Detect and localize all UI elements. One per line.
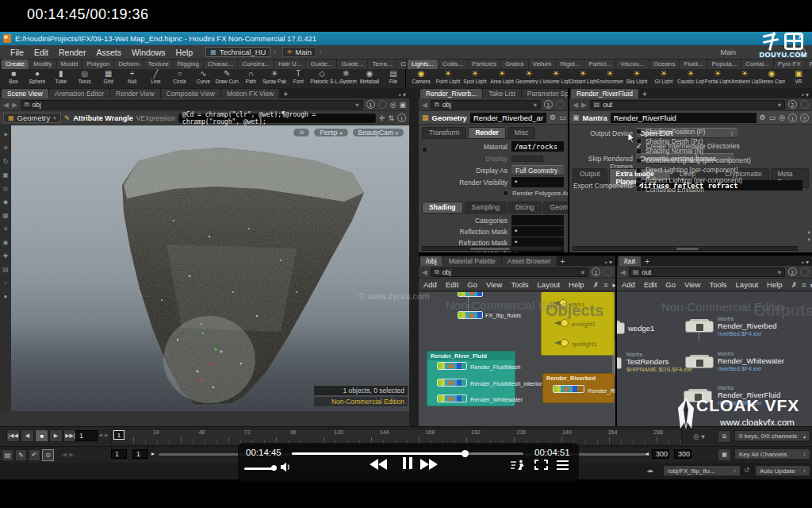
node-partial[interactable]: [458, 292, 483, 297]
play-reverse-button[interactable]: ◀: [21, 429, 34, 442]
bookmark-icon[interactable]: ▭: [559, 114, 566, 121]
shelf-tool[interactable]: ∩ Path: [239, 69, 262, 84]
node-name-field[interactable]: Render_Riverbed_ar: [470, 113, 546, 123]
light-tool-icon[interactable]: ☀: [2, 226, 8, 233]
stop-button[interactable]: ■: [35, 429, 48, 442]
context-dropdown[interactable]: /obj/FX_flip_flu... ↕: [663, 465, 741, 476]
pin-icon[interactable]: ▸: [612, 281, 615, 289]
add-parm-icon[interactable]: ✛: [379, 114, 385, 122]
current-frame-field[interactable]: 1: [75, 430, 98, 441]
checkbox[interactable]: [636, 129, 642, 134]
pane-tab[interactable]: Scene View: [2, 89, 48, 98]
pane-divider[interactable]: [409, 88, 419, 426]
projection-pill[interactable]: Persp ▾: [313, 128, 348, 137]
range-end-field[interactable]: 300: [652, 449, 669, 459]
net-menu-item[interactable]: Edit: [446, 280, 458, 289]
pin-badge[interactable]: 1: [544, 100, 553, 109]
misc-tool-icon[interactable]: ▤: [2, 267, 9, 273]
range-start2-field[interactable]: 1: [132, 449, 148, 459]
volume-slider[interactable]: [244, 468, 274, 470]
main-selector[interactable]: ✛ Main: [282, 47, 316, 57]
handles-tool-icon[interactable]: ✚: [3, 253, 9, 260]
net-menu-item[interactable]: View: [486, 280, 502, 289]
net-menu-item[interactable]: Help: [569, 280, 584, 289]
image-plane-row[interactable]: Indirect Lighting (per-component): [636, 177, 812, 183]
shelf-tool[interactable]: ☀ Environment Light: [596, 69, 623, 84]
gear-icon[interactable]: ⚙: [550, 114, 556, 121]
node-name-field[interactable]: Render_RiverFluid: [611, 113, 756, 123]
back-icon[interactable]: ◀: [422, 268, 427, 276]
grid-tool-icon[interactable]: ▦: [2, 213, 9, 219]
range-handle-icon[interactable]: ▸: [151, 450, 155, 457]
shelf-tab[interactable]: FEM: [806, 60, 812, 69]
node-wedge[interactable]: [617, 322, 625, 334]
folder-tab[interactable]: Transform: [422, 127, 466, 139]
folder-tab[interactable]: Render: [468, 127, 505, 139]
folder-tab[interactable]: Misc: [508, 127, 535, 139]
material-field[interactable]: /mat/rocks: [511, 141, 564, 152]
pin-badge[interactable]: 2: [788, 267, 797, 276]
image-plane-row[interactable]: Shading Normal (N): [636, 148, 812, 154]
jump-start-button[interactable]: |◀◀: [6, 429, 20, 442]
chevron-down-icon[interactable]: ▾: [778, 101, 781, 109]
move-tool-icon[interactable]: ✛: [3, 145, 9, 152]
folder-tab[interactable]: Geometry: [543, 202, 568, 214]
shelf-tab[interactable]: Grains: [501, 60, 528, 69]
bookmark-icon[interactable]: ▭: [769, 114, 776, 121]
help-icon[interactable]: ?: [800, 114, 809, 122]
shelf-tool[interactable]: ☀ Volume Light: [542, 69, 569, 84]
back-icon[interactable]: ◀: [620, 268, 626, 276]
pane-tab[interactable]: Animation Editor: [49, 89, 109, 98]
shelf-tab[interactable]: Model: [57, 60, 82, 69]
ghost-step-buttons[interactable]: |◀▶|: [61, 452, 75, 458]
pane-tab[interactable]: /obj: [420, 256, 442, 266]
edit-keys-icon[interactable]: ✎: [15, 449, 27, 461]
pin-badge[interactable]: 1: [366, 100, 375, 109]
node-render-whitewater-rop[interactable]: [685, 356, 714, 368]
net-menu-item[interactable]: View: [684, 280, 700, 289]
key-all-channels-button[interactable]: Key All Channels ↕: [734, 448, 810, 460]
snap-tool-icon[interactable]: ◆: [3, 199, 8, 206]
shelf-tool[interactable]: ∿ Curve: [192, 69, 216, 84]
tree-icon[interactable]: ≡: [603, 281, 607, 289]
magnifier-icon[interactable]: ◎: [779, 114, 785, 121]
checkbox[interactable]: [503, 190, 508, 196]
node-fx-flip-fluids[interactable]: [458, 311, 483, 319]
pane-menu-icon[interactable]: ▪ ▾: [802, 91, 812, 98]
shelf-tab[interactable]: Fluid...: [680, 60, 707, 69]
shelf-tab[interactable]: Vellum: [529, 60, 556, 69]
new-tab-button[interactable]: +: [639, 90, 650, 98]
shelf-tool[interactable]: T Font: [286, 69, 310, 84]
pane-tab[interactable]: Parameter Sp...: [522, 89, 568, 98]
shelf-tool[interactable]: ☀ Sky Light: [623, 69, 650, 84]
message-bubble-icon[interactable]: ☁: [646, 466, 653, 474]
shelf-tool[interactable]: ☀ Caustic Light: [677, 69, 704, 84]
net-menu-item[interactable]: Add: [423, 280, 437, 289]
volume-knob[interactable]: [271, 465, 277, 471]
display-slider[interactable]: [511, 156, 543, 162]
new-tab-button[interactable]: +: [280, 90, 291, 98]
link-badge[interactable]: [378, 100, 387, 109]
misc-tool-icon[interactable]: ●: [4, 294, 8, 300]
viewport-3d[interactable]: ⊙ Persp ▾ BeautyCam ▾ 1 objects, 0 selec…: [11, 125, 409, 411]
wrench-icon[interactable]: ✗: [791, 281, 798, 289]
playlist-icon[interactable]: [557, 460, 569, 470]
shelf-tab[interactable]: Modify: [29, 60, 56, 69]
shelf-tab[interactable]: Contai...: [741, 60, 773, 69]
vex-code-field[interactable]: @Cd = chramp("clr", @wet);¶@rough = chra…: [178, 114, 376, 123]
shelf-tab[interactable]: Rigging: [174, 60, 203, 69]
net-menu-item[interactable]: Tools: [511, 280, 528, 289]
shelf-tool[interactable]: ☀ Area Light: [488, 69, 515, 84]
pin-badge[interactable]: 2: [788, 100, 797, 109]
checkbox[interactable]: [636, 148, 642, 154]
back-icon[interactable]: ◀: [3, 101, 9, 109]
path-field[interactable]: ⧉ obj ▾: [431, 100, 541, 110]
current-frame-marker[interactable]: 1: [113, 430, 124, 440]
shelf-tool[interactable]: ☀ Portal Light: [704, 69, 731, 84]
path-field[interactable]: ⧉ obj ▾: [431, 267, 588, 277]
range-start-field[interactable]: 1: [111, 449, 127, 459]
folder-tab[interactable]: Shading: [422, 202, 463, 214]
shelf-tab[interactable]: Popula...: [707, 60, 741, 69]
camera-tool-icon[interactable]: ◉: [3, 240, 9, 246]
rewind-button[interactable]: [370, 459, 387, 473]
